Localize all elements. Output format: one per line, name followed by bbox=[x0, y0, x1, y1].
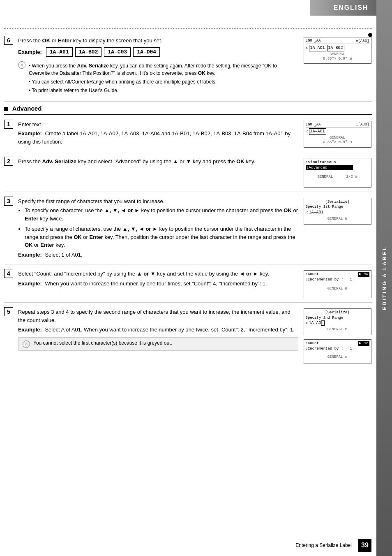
step5-screen1-row1: Specify 2nd Range bbox=[306, 315, 369, 321]
step3-screen-title: (Serialize) bbox=[306, 199, 369, 205]
step1-screen: LGO △AA ±[AB0] ◁ 1A–A01 GENERAL 0.35"× 0… bbox=[298, 119, 372, 148]
step4-screen-row1: ↑Count ► 04 bbox=[306, 272, 369, 277]
step5-screen1: (Serialize) Specify 2nd Range ◁ 1A–A0█ G… bbox=[304, 308, 371, 335]
page-footer: Entering a Serialize Label 39 bbox=[295, 539, 371, 552]
step5-content: Repeat steps 3 and 4 to specify the seco… bbox=[16, 307, 298, 364]
step6-examples: Example: 1A–A01 1A–B02 1A–C03 1A–D04 bbox=[18, 47, 298, 57]
step2-screen-row1: ↑Simultaneous bbox=[306, 160, 369, 165]
step3-bullet1: To specify one character, use the ▲, ▼, … bbox=[25, 206, 298, 222]
step6-note3: • To print labels refer to the User's Gu… bbox=[29, 87, 298, 94]
step1-row: 1 Enter text. Example: Create a label 1A… bbox=[4, 115, 372, 152]
step6-content: Press the OK or Enter key to display the… bbox=[16, 35, 298, 97]
step2-content: Press the Adv. Serialize key and select … bbox=[16, 156, 298, 188]
step5-screen2-row1: ↑Count ► 02 bbox=[306, 341, 369, 346]
step1-example-label: Example: bbox=[18, 130, 42, 137]
step3-content: Specify the first range of characters th… bbox=[16, 196, 298, 260]
step2-ok: OK bbox=[236, 158, 244, 164]
step4-screen: ↑Count ► 04 ↓Incremented by : 1 GENERAL … bbox=[298, 269, 372, 298]
advanced-label: Advanced bbox=[12, 105, 42, 112]
step4-screen-bottom: GENERAL ⊟ bbox=[306, 286, 369, 291]
main-content: 6 Press the OK or Enter key to display t… bbox=[4, 31, 372, 540]
step5-note-icon: ○ bbox=[23, 341, 30, 348]
step5-number: 5 bbox=[4, 307, 16, 364]
step4-number: 4 bbox=[4, 269, 16, 298]
note-icon: ○ bbox=[18, 61, 25, 69]
step4-content: Select "Count" and "Incremented by" by u… bbox=[16, 269, 298, 298]
step3-bullet2: To specify a range of characters, use th… bbox=[25, 225, 298, 249]
advanced-header: Advanced bbox=[4, 102, 372, 115]
step6-screen-title: LGO △AA ±[AB0] bbox=[306, 39, 369, 44]
step3-screen-row2: ◁ 1A–A01 bbox=[306, 210, 369, 215]
step6-number: 6 bbox=[4, 35, 16, 97]
step1-number: 1 bbox=[4, 119, 16, 148]
step5-screen1-bottom: GENERAL ⊟ bbox=[306, 327, 369, 331]
step3-screen-bottom: GENERAL ⊟ bbox=[306, 216, 369, 221]
step6-ok: OK bbox=[42, 37, 51, 44]
step6-code3: 1A–C03 bbox=[104, 47, 131, 57]
language-label: ENGLISH bbox=[333, 4, 368, 12]
step5-example: Example: Select A of A01. When you want … bbox=[18, 326, 298, 334]
step6-note2: • You can select All/Current/Range when … bbox=[29, 78, 298, 86]
step6-row: 6 Press the OK or Enter key to display t… bbox=[4, 31, 372, 102]
step4-example-text: When you want to increase the number by … bbox=[45, 280, 267, 287]
step6-notes-content: • When you press the Adv. Serialize key,… bbox=[29, 61, 298, 95]
step4-screen-row2: ↓Incremented by : 1 bbox=[306, 277, 369, 283]
step6-notes: ○ • When you press the Adv. Serialize ke… bbox=[18, 59, 298, 97]
step6-enter: Enter bbox=[58, 37, 71, 44]
step6-screen-bottom: GENERAL 0.35"× 0.9" ⊟ bbox=[306, 52, 369, 61]
step6-screen: LGO △AA ±[AB0] ◁ 1A–A01 1A–B02 GENERAL 0… bbox=[298, 35, 372, 97]
step2-text: Press the Adv. Serialize key and select … bbox=[18, 158, 298, 166]
step6-note1: • When you press the Adv. Serialize key,… bbox=[29, 62, 298, 77]
step6-code1: 1A–A01 bbox=[46, 47, 73, 57]
step5-note: ○ You cannot select the first character(… bbox=[18, 337, 298, 351]
dotted-line bbox=[4, 28, 372, 29]
right-sidebar: EDITING A LABEL bbox=[376, 0, 392, 556]
advanced-square bbox=[4, 107, 8, 111]
step2-screen-row2: ↓Advanced bbox=[306, 165, 369, 170]
step1-screen-mockup: LGO △AA ±[AB0] ◁ 1A–A01 GENERAL 0.35"× 0… bbox=[304, 121, 371, 148]
sidebar-label: EDITING A LABEL bbox=[381, 246, 387, 310]
step1-text: Enter text. bbox=[18, 120, 298, 129]
step3-row: 3 Specify the first range of characters … bbox=[4, 192, 372, 265]
step3-example-text: Select 1 of A01. bbox=[45, 252, 82, 258]
step3-text: Specify the first range of characters th… bbox=[18, 197, 298, 206]
step3-screen-mockup: (Serialize) Specify 1st Range ◁ 1A–A01 G… bbox=[304, 198, 371, 225]
step6-screen-mockup: LGO △AA ±[AB0] ◁ 1A–A01 1A–B02 GENERAL 0… bbox=[304, 37, 371, 64]
step3-example: Example: Select 1 of A01. bbox=[18, 251, 298, 259]
step5-text: Repeat steps 3 and 4 to specify the seco… bbox=[18, 308, 298, 324]
step3-screen-row1: Specify 1st Range bbox=[306, 204, 369, 210]
step1-content: Enter text. Example: Create a label 1A-A… bbox=[16, 119, 298, 148]
footer-text: Entering a Serialize Label bbox=[295, 542, 352, 548]
step1-example: Example: Create a label 1A-A01, 1A-A02, … bbox=[18, 130, 298, 146]
step5-example-label: Example: bbox=[18, 327, 42, 333]
step3-number: 3 bbox=[4, 196, 16, 260]
step6-code2: 1A–B02 bbox=[75, 47, 102, 57]
step1-screen-row1: ◁ 1A–A01 bbox=[306, 128, 369, 135]
step4-example-label: Example: bbox=[18, 280, 42, 287]
step5-screen1-title: (Serialize) bbox=[306, 310, 369, 315]
step3-screen: (Serialize) Specify 1st Range ◁ 1A–A01 G… bbox=[298, 196, 372, 260]
step4-example: Example: When you want to increase the n… bbox=[18, 280, 298, 288]
step1-screen-title: LGO △AA ±[AB0] bbox=[306, 123, 369, 128]
step4-row: 4 Select "Count" and "Incremented by" by… bbox=[4, 264, 372, 303]
step5-screen2: ↑Count ► 02 ↓Incremented by : 1 GENERAL … bbox=[304, 339, 371, 364]
step2-screen: ↑Simultaneous ↓Advanced GENERAL 2/2 ⊟ bbox=[298, 156, 372, 188]
step5-row: 5 Repeat steps 3 and 4 to specify the se… bbox=[4, 303, 372, 368]
step3-example-label: Example: bbox=[18, 252, 42, 258]
step6-screen-row1: ◁ 1A–A01 1A–B02 bbox=[306, 45, 369, 51]
step2-adv-serialize: Adv. Serialize bbox=[42, 158, 77, 164]
step4-screen-mockup: ↑Count ► 04 ↓Incremented by : 1 GENERAL … bbox=[304, 270, 371, 298]
step2-number: 2 bbox=[4, 156, 16, 188]
step3-bullets: To specify one character, use the ▲, ▼, … bbox=[25, 206, 298, 249]
step2-screen-mockup: ↑Simultaneous ↓Advanced GENERAL 2/2 ⊟ bbox=[304, 158, 371, 188]
step1-example-text: Create a label 1A-A01, 1A-A02, 1A-A03, 1… bbox=[18, 130, 291, 145]
step1-screen-bottom: GENERAL 0.35"× 0.9" ⊟ bbox=[306, 136, 369, 144]
step4-text: Select "Count" and "Incremented by" by u… bbox=[18, 270, 298, 278]
step5-screen2-bottom: GENERAL ⊟ bbox=[306, 354, 369, 359]
step2-screen-bottom: GENERAL 2/2 ⊟ bbox=[306, 174, 369, 179]
step5-screen1-row2: ◁ 1A–A0█ bbox=[306, 320, 369, 326]
step5-example-text: Select A of A01. When you want to increa… bbox=[45, 327, 294, 333]
step5-screens: (Serialize) Specify 2nd Range ◁ 1A–A0█ G… bbox=[298, 307, 372, 364]
step6-text: Press the OK or Enter key to display the… bbox=[18, 37, 298, 45]
step5-note-text: You cannot select the first character(s)… bbox=[33, 340, 172, 346]
